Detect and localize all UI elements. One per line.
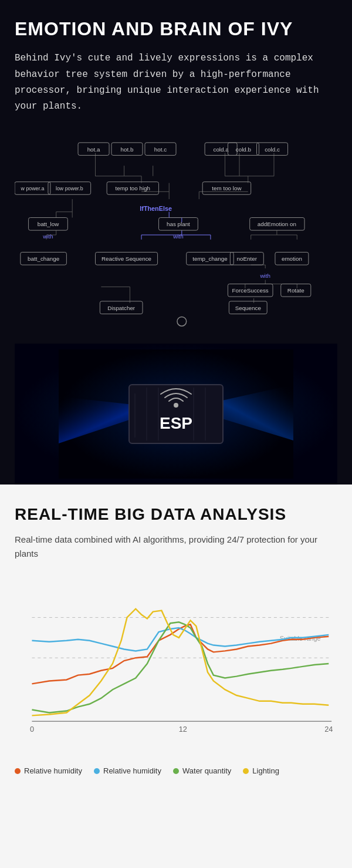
node-hot-c: hot.c xyxy=(154,146,167,153)
legend-label-water: Water quantity xyxy=(182,766,231,775)
legend-label-humidity2: Relative humidity xyxy=(103,766,161,775)
section-data-description: Real-time data combined with AI algorith… xyxy=(15,533,337,561)
legend-dot-water xyxy=(173,768,179,774)
x-label-24: 24 xyxy=(324,725,333,734)
legend-dot-lighting xyxy=(243,768,249,774)
node-power-a: w power.a xyxy=(21,186,45,192)
node-temp-too-high: temp too high xyxy=(116,186,150,192)
legend-label-lighting: Lighting xyxy=(252,766,279,775)
node-ifthenelse: IfThenElse xyxy=(140,205,172,212)
node-hot-b: hot.b xyxy=(121,146,134,153)
node-reactive-sequence: Reactive Sequence xyxy=(101,255,152,262)
node-hot-a: hot.a xyxy=(87,146,100,153)
node-add-emotion: addEmotion on xyxy=(258,221,296,227)
legend-item-humidity1: Relative humidity xyxy=(15,766,82,775)
node-rotate: Rotate xyxy=(287,287,304,294)
chart-legend: Relative humidity Relative humidity Wate… xyxy=(15,761,337,781)
legend-item-water: Water quantity xyxy=(173,766,231,775)
legend-label-humidity1: Relative humidity xyxy=(24,766,82,775)
legend-item-humidity2: Relative humidity xyxy=(94,766,161,775)
connector-circle xyxy=(177,317,187,327)
x-label-0: 0 xyxy=(30,725,34,734)
node-with-plant: with xyxy=(172,233,183,240)
section-emotion-description: Behind Ivy's cute and lively expressions… xyxy=(15,51,337,115)
node-noenter: noEnter xyxy=(237,255,258,262)
node-tem-too-low: tem too low xyxy=(212,186,242,192)
legend-item-lighting: Lighting xyxy=(243,766,279,775)
legend-dot-humidity1 xyxy=(15,768,21,774)
node-with-batt: with xyxy=(42,233,53,240)
behavior-tree-diagram: hot.a hot.b hot.c cold.a cold.b cold.c w… xyxy=(15,126,337,344)
x-label-12: 12 xyxy=(179,725,187,734)
blue-line xyxy=(32,628,329,651)
orange-line xyxy=(32,624,329,684)
node-sequence: Sequence xyxy=(235,305,262,311)
data-chart-svg: Suitable range 0 12 24 xyxy=(15,576,337,752)
data-chart-container: Suitable range 0 12 24 xyxy=(15,576,337,752)
node-cold-b: cold.b xyxy=(236,146,252,153)
svg-point-72 xyxy=(174,403,178,408)
section-emotion: EMOTION AND BRAIN OF IVY Behind Ivy's cu… xyxy=(0,0,352,485)
node-batt-change: batt_change xyxy=(28,255,60,262)
tree-svg: hot.a hot.b hot.c cold.a cold.b cold.c w… xyxy=(15,126,337,344)
node-low-power-b: low power.b xyxy=(56,186,83,192)
node-batt-low: batt_low xyxy=(38,221,59,227)
chip-visualization: ESP xyxy=(15,344,337,485)
esp-label: ESP xyxy=(160,414,192,432)
section-data-analysis: REAL-TIME BIG DATA ANALYSIS Real-time da… xyxy=(0,485,352,793)
chip-svg: ESP xyxy=(59,349,293,479)
node-cold-a: cold.a xyxy=(214,146,229,153)
node-with-emotion: with xyxy=(260,272,270,279)
node-dispatcher: Dispatcher xyxy=(107,305,136,311)
node-force-success: ForceSuccess xyxy=(232,287,269,294)
yellow-line xyxy=(32,609,329,716)
node-emotion: emotion xyxy=(282,255,302,262)
node-cold-c: cold.c xyxy=(265,146,280,153)
section-data-title: REAL-TIME BIG DATA ANALYSIS xyxy=(15,505,337,524)
node-temp-change: temp_change xyxy=(192,255,228,262)
legend-dot-humidity2 xyxy=(94,768,100,774)
section-emotion-title: EMOTION AND BRAIN OF IVY xyxy=(15,18,337,40)
node-has-plant: has plant xyxy=(167,221,190,227)
